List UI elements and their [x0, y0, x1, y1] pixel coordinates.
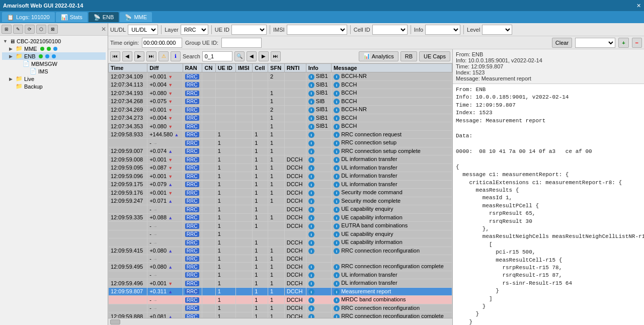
table-row[interactable]: 12:07:34.268 +0.075 ▼ RRC 1 i SIB i BCCH [109, 97, 452, 106]
table-row[interactable]: 12:09:59.807 +0.311 ▲ RRC 1 1 1 DCCH i i… [109, 287, 452, 296]
cell-cn [202, 97, 215, 106]
cell-ran: RRC [183, 180, 202, 189]
mode-select[interactable]: UL/DLULDL [128, 25, 158, 35]
close-icon[interactable]: ✕ [636, 3, 641, 9]
sidebar-close-btn[interactable]: ✕ [101, 26, 106, 33]
sidebar-item-ims[interactable]: 📄 IMS [2, 67, 106, 75]
info-icon: i [334, 223, 340, 229]
col-ran[interactable]: RAN [183, 64, 202, 72]
col-info[interactable]: Info [306, 64, 331, 72]
table-row[interactable]: - → RRC 1 1 1 DCCH [109, 255, 452, 263]
table-row[interactable]: - → RRC 1 i i UE capability enquiry [109, 230, 452, 238]
cell-time: 12:07:34.268 [109, 97, 147, 106]
table-row[interactable]: 12:07:34.109 +0.001 ▼ RRC 2 i SIB1 i BCC… [109, 72, 452, 81]
tab-stats[interactable]: 📊 Stats [56, 12, 88, 22]
table-row[interactable]: - → RRC 1 1 1 DCCH i i MRDC band combina… [109, 296, 452, 304]
col-message[interactable]: Message [332, 64, 452, 72]
table-row[interactable]: - → RRC 1 1 1 DCCH i i RRC connection re… [109, 304, 452, 312]
table-row[interactable]: - → RRC 1 1 DCCH i i UE capability infor… [109, 238, 452, 247]
table-row[interactable]: 12:09:59.415 +0.080 ▲ RRC 1 1 1 DCCH i i… [109, 247, 452, 255]
warning-btn[interactable]: ⚠ [158, 51, 169, 61]
col-cn[interactable]: CN [202, 64, 215, 72]
remove-filter-btn[interactable]: − [632, 38, 642, 48]
info-btn[interactable]: ℹ [171, 51, 181, 61]
sidebar-item-enb[interactable]: ▶ 📁 ENB [2, 52, 106, 60]
cell-ue-id: 1 [215, 213, 235, 222]
nav-search-next[interactable]: ▶ [259, 51, 269, 61]
table-row[interactable]: 12:09:58.933 +144.580 ▲ RRC 1 1 1 i i RR… [109, 130, 452, 139]
toolbar2: Time origin: Group UE ID: Clear + − [108, 36, 644, 49]
col-ue-id[interactable]: UE ID [215, 64, 235, 72]
table-row[interactable]: 12:07:34.113 +0.004 ▼ RRC i SIB1 i BCCH [109, 80, 452, 89]
table-row[interactable]: 12:07:34.273 +0.004 ▼ RRC 1 i SIB1 i BCC… [109, 114, 452, 122]
cell-id-select[interactable] [372, 25, 408, 35]
msg-toolbar: ⏮ ◀ ▶ ⏭ ⚠ ℹ Search 🔍 ◀ ▶ ⏭ 📊 Analytics R… [108, 49, 452, 63]
sidebar-btn-2[interactable]: ✎ [13, 25, 23, 34]
nav-search-prev[interactable]: ◀ [247, 51, 257, 61]
table-row[interactable]: 12:07:34.269 +0.001 ▼ RRC 2 i SIB1 i BCC… [109, 106, 452, 114]
col-diff[interactable]: Diff [147, 64, 183, 72]
table-row[interactable]: - → RRC 1 1 1 i i RRC connection setup [109, 139, 452, 147]
table-row[interactable]: 12:09:59.176 +0.001 ▼ RRC 1 1 1 DCCH i i… [109, 189, 452, 197]
table-row[interactable]: 12:09:59.175 +0.079 ▲ RRC 1 1 1 DCCH i i… [109, 180, 452, 189]
time-origin-input[interactable] [142, 38, 182, 48]
nav-prev-btn[interactable]: ◀ [122, 51, 132, 61]
sidebar-btn-5[interactable]: ⊠ [48, 25, 58, 34]
ue-id-select[interactable] [231, 25, 267, 35]
sidebar-btn-1[interactable]: ⊞ [2, 25, 12, 34]
col-rnti[interactable]: RNTI [284, 64, 306, 72]
scrollbar-bottom[interactable] [108, 318, 452, 325]
tab-mme[interactable]: 📡 MME [120, 12, 152, 22]
table-row[interactable]: 12:09:59.096 +0.001 ▼ RRC 1 1 1 DCCH i i… [109, 172, 452, 181]
table-row[interactable]: - → RRC 1 1 DCCH i i UE capability enqui… [109, 205, 452, 214]
scroll-thumb[interactable] [110, 319, 120, 324]
sidebar-item-live[interactable]: ▶ 📁 Live [2, 75, 106, 83]
table-row[interactable]: 12:09:59.007 +0.074 ▲ RRC 1 1 1 i i RRC … [109, 147, 452, 155]
ue-caps-btn[interactable]: UE Caps [419, 51, 450, 61]
table-row[interactable]: 12:07:34.193 +0.080 ▼ RRC 1 i SIB1 i BCC… [109, 89, 452, 98]
table-row[interactable]: - → RRC 1 1 1 DCCH i i UL information tr… [109, 271, 452, 279]
nav-next-btn[interactable]: ▶ [134, 51, 144, 61]
analytics-btn[interactable]: 📊 Analytics [359, 51, 398, 61]
cell-info: i SIB1 [306, 89, 331, 98]
nav-search-last[interactable]: ⏭ [271, 51, 281, 61]
group-ue-input[interactable] [221, 38, 262, 48]
cell-imsi [236, 304, 253, 312]
rb-btn[interactable]: RB [400, 51, 417, 61]
table-row[interactable]: 12:07:34.353 +0.080 ▼ RRC 1 i SIB1 i BCC… [109, 122, 452, 131]
nav-last-btn[interactable]: ⏭ [146, 51, 156, 61]
search-input[interactable] [202, 51, 232, 61]
table-row[interactable]: 12:09:59.495 +0.080 ▲ RRC 1 1 1 DCCH i i… [109, 263, 452, 271]
sidebar-btn-4[interactable]: ⬡ [36, 25, 46, 34]
table-row[interactable]: - → RRC 1 1 DCCH i i EUTRA band combinat… [109, 222, 452, 230]
level-select[interactable] [482, 25, 512, 35]
tab-logs[interactable]: 📋 Logs: 101020 [2, 12, 55, 22]
tree-root[interactable]: ▼ 🖥 CBC-2021050100 [2, 38, 106, 45]
tab-enb[interactable]: 📡 ENB [89, 12, 119, 22]
imsi-select[interactable] [287, 25, 347, 35]
col-sfn[interactable]: SFN [268, 64, 285, 72]
info-select[interactable] [425, 25, 460, 35]
col-time[interactable]: Time [109, 64, 147, 72]
add-filter-btn[interactable]: + [618, 38, 628, 48]
table-row[interactable]: 12:09:59.888 +0.081 ▲ RRC 1 1 1 DCCH i i… [109, 312, 452, 318]
msg-table-container[interactable]: Time Diff RAN CN UE ID IMSI Cell SFN RNT… [108, 63, 452, 318]
filter-select[interactable] [575, 38, 615, 48]
clear-btn[interactable]: Clear [552, 38, 572, 48]
table-row[interactable]: 12:09:59.008 +0.001 ▼ RRC 1 1 1 DCCH i i… [109, 155, 452, 164]
sidebar-btn-3[interactable]: ⟳ [25, 25, 35, 34]
sidebar-item-mbmsgw[interactable]: 📄 MBMSGW [2, 60, 106, 67]
table-row[interactable]: 12:09:59.247 +0.071 ▲ RRC 1 1 1 DCCH i i… [109, 197, 452, 205]
col-imsi[interactable]: IMSI [236, 64, 253, 72]
cell-rnti [284, 130, 306, 139]
sidebar-item-backup[interactable]: 📁 Backup [2, 83, 106, 90]
nav-first-btn[interactable]: ⏮ [110, 51, 120, 61]
cell-info: i [306, 164, 331, 172]
sidebar-item-mme[interactable]: ▶ 📁 MME [2, 45, 106, 52]
search-icon[interactable]: 🔍 [234, 51, 245, 61]
layer-select[interactable]: RRCPDCPRLCMAC [181, 25, 208, 35]
table-row[interactable]: 12:09:59.335 +0.088 ▲ RRC 1 1 1 DCCH i i… [109, 213, 452, 222]
col-cell[interactable]: Cell [253, 64, 268, 72]
table-row[interactable]: 12:09:59.095 +0.087 ▼ RRC 1 1 1 DCCH i i… [109, 164, 452, 172]
table-row[interactable]: 12:09:59.496 +0.001 ▼ RRC 1 1 1 DCCH i i… [109, 279, 452, 288]
